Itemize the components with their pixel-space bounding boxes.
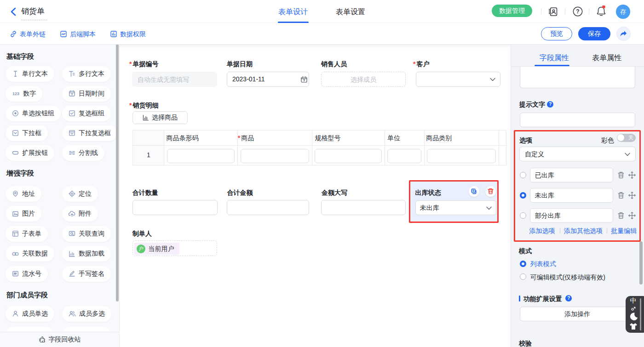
svg-text:?: ? <box>576 8 579 15</box>
svg-text:123: 123 <box>12 91 19 96</box>
